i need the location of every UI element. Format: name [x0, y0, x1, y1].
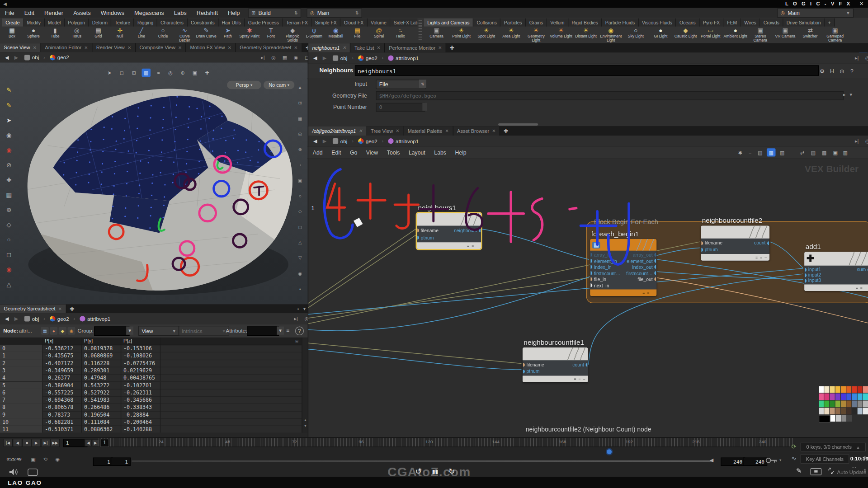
range-start-field-1[interactable]: 1: [111, 458, 131, 466]
node-badge-icon[interactable]: =: [860, 286, 863, 290]
filter2-icon[interactable]: ▼: [277, 326, 284, 334]
tool-curve-bezier[interactable]: ∿Curve Bezier: [174, 27, 195, 43]
tab--obj-geo2-attribvop1[interactable]: /obj/geo2/attribvop1✕: [308, 126, 367, 136]
nwmenu-view[interactable]: View: [362, 150, 382, 155]
port-in-filename[interactable]: [701, 241, 703, 245]
breadcrumb-attribvop1[interactable]: attribvop1: [386, 138, 421, 144]
table-row[interactable]: 8-0.8065780.266486-0.338343: [0, 404, 302, 412]
palette-swatch[interactable]: [830, 386, 835, 393]
tool-path[interactable]: ➤Path: [217, 27, 239, 43]
cube-icon[interactable]: ▦: [280, 55, 289, 60]
palette-swatch[interactable]: [846, 386, 851, 393]
param-field-2[interactable]: 0: [376, 103, 425, 112]
key-all-channels-button[interactable]: Key All Channels: [801, 454, 849, 464]
menu-assets[interactable]: Assets: [68, 9, 96, 16]
palette-swatch[interactable]: [836, 415, 841, 422]
attributes-input[interactable]: [247, 326, 279, 336]
shelf-splitter[interactable]: [419, 20, 422, 42]
field-list-icon[interactable]: ▾: [850, 92, 853, 97]
pin-icon[interactable]: ▸|: [292, 316, 300, 321]
range-end-field-0[interactable]: 240: [721, 458, 745, 466]
playhead-frame-marker[interactable]: 1: [100, 439, 109, 447]
plus-icon[interactable]: ✚: [203, 69, 212, 77]
transport-0[interactable]: |◀: [3, 439, 13, 447]
nav-back-icon[interactable]: ◀: [311, 55, 319, 61]
tab-animation-editor[interactable]: Animation Editor✕: [41, 43, 93, 52]
breadcrumb-obj[interactable]: obj: [330, 55, 349, 61]
filter-icon[interactable]: ▼: [126, 326, 133, 334]
range-slider-handle[interactable]: ◀: [710, 458, 713, 463]
geometry-spreadsheet-table[interactable]: P[x]P[y]P[z]⊞0-0.5362120.0819378-0.15310…: [0, 338, 302, 433]
time-spinner-icon[interactable]: ⇅: [863, 456, 867, 460]
tool-geometry-light[interactable]: ☀Geometry Light: [524, 27, 548, 43]
tool-volume-light[interactable]: ☀Volume Light: [548, 27, 573, 43]
tool-stereo-camera[interactable]: ▣Stereo Camera: [748, 27, 773, 43]
prev-key-button[interactable]: ◀: [85, 439, 92, 446]
pin-icon[interactable]: ▸|: [853, 55, 861, 61]
tab-performance-monitor[interactable]: Performance Monitor✕: [385, 43, 447, 53]
record-icon[interactable]: ◉: [3, 145, 14, 155]
shelf-tab-particle-fluids[interactable]: Particle Fluids: [602, 18, 638, 26]
screen-icon[interactable]: [811, 468, 821, 475]
hscript-icon[interactable]: H: [828, 66, 836, 75]
tool-helix[interactable]: ≈Helix: [390, 27, 411, 43]
grid-tool-icon[interactable]: ▦: [3, 189, 14, 200]
palette-swatch[interactable]: [858, 401, 863, 408]
tab-geometry-spreadsheet[interactable]: Geometry Spreadsheet✕: [0, 304, 66, 313]
next-key-button[interactable]: ▶: [92, 439, 99, 446]
shelf-tab-hair-utils[interactable]: Hair Utils: [218, 18, 245, 26]
menu-edit[interactable]: Edit: [19, 9, 39, 16]
palette-swatch[interactable]: [835, 386, 840, 393]
cook-icon[interactable]: ⟳: [789, 442, 798, 451]
take-selector[interactable]: ◎Main⇅: [307, 8, 362, 18]
port-out-index_out[interactable]: [654, 265, 656, 269]
shelf-tab-particles[interactable]: Particles: [500, 18, 526, 26]
tab-tree-view[interactable]: Tree View✕: [367, 126, 404, 136]
breadcrumb-geo2[interactable]: geo2: [47, 54, 71, 60]
close-icon[interactable]: ✕: [852, 1, 868, 6]
tool-gi-light[interactable]: ●GI Light: [648, 27, 673, 43]
palette-icon[interactable]: ▦: [820, 148, 829, 156]
box-tool-icon[interactable]: ◻: [3, 249, 14, 260]
tab-motion-fx-view[interactable]: Motion FX View✕: [186, 43, 236, 52]
viewport-right-icon-4[interactable]: ⊕: [296, 145, 305, 154]
range-end-field-1[interactable]: 240: [743, 458, 767, 466]
shelf-tab-simple-fx[interactable]: Simple FX: [311, 18, 340, 26]
marker-tool-icon[interactable]: ✎: [3, 84, 14, 95]
frame-ruler[interactable]: [99, 438, 793, 447]
tool-distant-light[interactable]: ☀Distant Light: [574, 27, 599, 43]
close-tab-icon[interactable]: ✕: [58, 306, 62, 311]
tool-torus[interactable]: ◎Torus: [66, 27, 88, 43]
viewport-right-icon-1[interactable]: ⊞: [296, 99, 305, 108]
gear-icon[interactable]: ⚙: [818, 66, 826, 75]
shelf-tab-oceans[interactable]: Oceans: [676, 18, 700, 26]
palette-swatch-black[interactable]: [819, 415, 830, 422]
node-badge-icon[interactable]: ≡: [755, 255, 758, 259]
shrink-icon2[interactable]: ↙: [830, 470, 835, 475]
port-out-count[interactable]: [586, 363, 588, 367]
shelf-tab-guide-process[interactable]: Guide Process: [245, 18, 283, 26]
pencil-tool-icon[interactable]: ✎: [3, 99, 14, 110]
more-icon[interactable]: ⋯: [851, 465, 856, 470]
port-in-element_in[interactable]: [591, 259, 593, 263]
nwmenu-labs[interactable]: Labs: [430, 150, 451, 155]
port-in-file_in[interactable]: [591, 277, 593, 281]
tool-point-light[interactable]: ☀Point Light: [449, 27, 474, 43]
tree-icon[interactable]: ≡: [745, 148, 755, 156]
pane-menu-icon[interactable]: ▾: [301, 304, 308, 313]
tool-switcher[interactable]: ⇄Switcher: [797, 27, 822, 43]
split-icon[interactable]: ▥: [841, 148, 850, 156]
lasso-icon[interactable]: ◻: [118, 69, 127, 77]
node-badge-icon[interactable]: –: [865, 286, 867, 290]
update-spinner-icon[interactable]: ⇅: [863, 469, 867, 473]
secure-selection-icon[interactable]: ◉: [3, 130, 14, 141]
palette-swatch[interactable]: [863, 394, 868, 400]
menu-render[interactable]: Render: [39, 9, 68, 16]
palette-swatch[interactable]: [846, 408, 851, 414]
port-in-input3[interactable]: [805, 279, 807, 283]
palette-swatch[interactable]: [819, 386, 824, 393]
tri-tool-icon[interactable]: △: [3, 279, 14, 290]
range-slider-track[interactable]: [132, 460, 712, 462]
tool-gamepad-camera[interactable]: ▣Gamepad Camera: [823, 27, 848, 43]
palette-swatch[interactable]: [858, 394, 863, 400]
